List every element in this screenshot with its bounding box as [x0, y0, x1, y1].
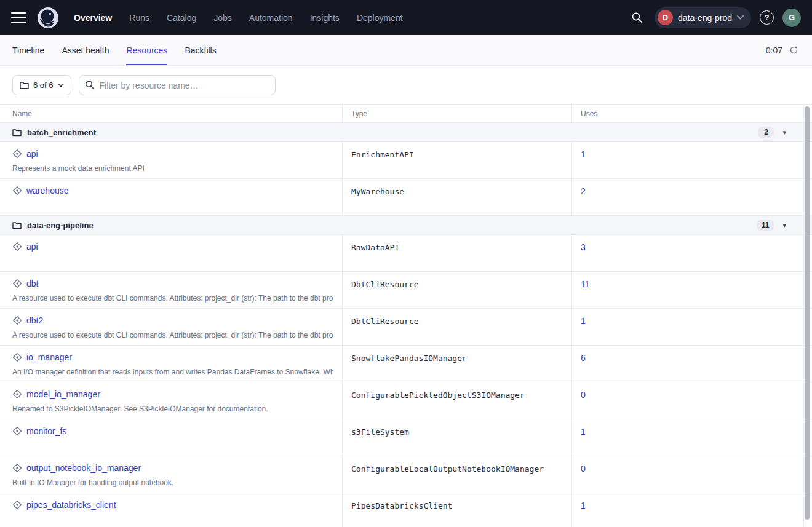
nav-item-catalog[interactable]: Catalog — [167, 13, 196, 23]
nav-item-deployment[interactable]: Deployment — [357, 13, 403, 23]
resource-row-io_manager: io_managerAn I/O manager definition that… — [0, 346, 812, 382]
nav-item-insights[interactable]: Insights — [310, 13, 340, 23]
resource-description: A resource used to execute dbt CLI comma… — [12, 294, 333, 303]
help-icon[interactable]: ? — [760, 10, 774, 25]
group-name: data-eng-pipeline — [27, 221, 94, 230]
top-navigation: Overview Runs Catalog Jobs Automation In… — [0, 0, 812, 35]
resource-uses-link[interactable]: 3 — [581, 242, 586, 252]
resource-row-api: apiRawDataAPI3 — [0, 235, 812, 272]
resource-row-output_notebook_io_manager: output_notebook_io_managerBuilt-in IO Ma… — [0, 456, 812, 493]
resource-name-link[interactable]: pipes_databricks_client — [26, 500, 116, 510]
resource-icon — [12, 352, 22, 362]
resource-uses-link[interactable]: 2 — [581, 186, 586, 196]
resource-row-dbt: dbtA resource used to execute dbt CLI co… — [0, 272, 812, 309]
code-location-filter-button[interactable]: 6 of 6 — [12, 75, 71, 95]
tab-asset-health[interactable]: Asset health — [62, 35, 109, 65]
tab-backfills[interactable]: Backfills — [185, 35, 216, 65]
folder-icon — [20, 81, 29, 89]
resource-icon — [12, 186, 22, 196]
chevron-down-icon — [737, 15, 744, 20]
refresh-timer: 0:07 — [766, 46, 782, 55]
resource-name-link[interactable]: io_manager — [26, 352, 72, 362]
group-name: batch_enrichment — [27, 128, 96, 137]
vertical-scrollbar[interactable] — [805, 106, 810, 520]
group-count-badge: 11 — [757, 220, 774, 231]
resource-row-model_io_manager: model_io_managerRenamed to S3PickleIOMan… — [0, 382, 812, 419]
resource-name-link[interactable]: dbt2 — [26, 315, 43, 325]
resource-row-monitor_fs: monitor_fss3FileSystem1 — [0, 419, 812, 456]
filter-row: 6 of 6 — [0, 66, 812, 104]
nav-item-automation[interactable]: Automation — [249, 13, 293, 23]
group-row-data-eng-pipeline[interactable]: data-eng-pipeline11▾ — [0, 216, 812, 235]
resource-name-link[interactable]: api — [26, 149, 38, 159]
resource-icon — [12, 500, 22, 510]
nav-item-overview[interactable]: Overview — [74, 13, 112, 23]
resource-type: ConfigurableLocalOutputNotebookIOManager — [343, 456, 572, 493]
resource-uses-link[interactable]: 1 — [581, 501, 586, 510]
resource-type: MyWarehouse — [343, 179, 572, 215]
resource-description: Represents a mock data enrichment API — [12, 164, 333, 173]
resource-icon — [12, 426, 22, 436]
nav-links: Overview Runs Catalog Jobs Automation In… — [74, 13, 403, 23]
resource-uses-link[interactable]: 1 — [581, 427, 586, 437]
resource-type: RawDataAPI — [343, 235, 572, 271]
folder-icon — [12, 221, 22, 229]
resource-name-link[interactable]: api — [26, 242, 38, 252]
resource-uses-link[interactable]: 1 — [581, 316, 586, 326]
resource-type: PipesDatabricksClient — [343, 493, 572, 527]
resource-row-api: apiRepresents a mock data enrichment API… — [0, 142, 812, 179]
workspace-name: data-eng-prod — [678, 13, 732, 23]
resource-uses-link[interactable]: 1 — [581, 149, 586, 159]
search-icon[interactable] — [627, 9, 646, 27]
column-header-uses: Uses — [572, 105, 803, 122]
folder-icon — [12, 129, 22, 137]
tab-bar: Timeline Asset health Resources Backfill… — [0, 35, 812, 66]
resource-type: EnrichmentAPI — [343, 142, 572, 178]
resource-uses-link[interactable]: 0 — [581, 390, 586, 400]
resource-icon — [12, 149, 22, 159]
collapse-caret-icon[interactable]: ▾ — [782, 129, 786, 137]
resource-filter-input[interactable] — [79, 75, 276, 95]
workspace-badge: D — [658, 10, 673, 25]
collapse-caret-icon[interactable]: ▾ — [782, 221, 786, 229]
tab-resources[interactable]: Resources — [126, 35, 167, 65]
resource-icon — [12, 315, 22, 325]
nav-item-runs[interactable]: Runs — [129, 13, 149, 23]
column-header-name: Name — [0, 105, 343, 122]
resource-description: Renamed to S3PickleIOManager. See S3Pick… — [12, 405, 333, 413]
refresh-icon[interactable] — [787, 44, 800, 57]
resource-type: DbtCliResource — [343, 309, 572, 345]
resource-type: SnowflakePandasIOManager — [343, 346, 572, 382]
resource-description: Built-in IO Manager for handling output … — [12, 478, 333, 487]
resource-uses-link[interactable]: 11 — [581, 279, 590, 289]
search-icon — [85, 80, 95, 92]
resource-row-pipes_databricks_client: pipes_databricks_clientPipesDatabricksCl… — [0, 493, 812, 527]
resource-description: An I/O manager definition that reads inp… — [12, 368, 333, 376]
resource-icon — [12, 389, 22, 399]
resource-icon — [12, 242, 22, 252]
resource-type: ConfigurablePickledObjectS3IOManager — [343, 382, 572, 419]
resource-description: A resource used to execute dbt CLI comma… — [12, 331, 333, 339]
resource-uses-link[interactable]: 0 — [581, 464, 586, 474]
resource-icon — [12, 279, 22, 288]
group-row-batch_enrichment[interactable]: batch_enrichment2▾ — [0, 123, 812, 142]
resource-type: s3FileSystem — [343, 419, 572, 456]
resource-name-link[interactable]: monitor_fs — [26, 426, 66, 436]
resource-type: DbtCliResource — [343, 272, 572, 308]
table-header: Name Type Uses — [0, 105, 812, 123]
menu-icon[interactable] — [11, 12, 26, 23]
resource-name-link[interactable]: warehouse — [26, 186, 69, 196]
group-count-badge: 2 — [758, 127, 774, 138]
resource-uses-link[interactable]: 6 — [581, 353, 586, 363]
resource-name-link[interactable]: model_io_manager — [26, 389, 100, 399]
dagster-logo-icon[interactable] — [37, 7, 59, 29]
tab-timeline[interactable]: Timeline — [12, 35, 44, 65]
resources-table: Name Type Uses batch_enrichment2▾apiRepr… — [0, 104, 812, 527]
workspace-switcher[interactable]: D data-eng-prod — [655, 7, 751, 28]
resource-name-link[interactable]: dbt — [26, 279, 38, 288]
resource-name-link[interactable]: output_notebook_io_manager — [26, 463, 141, 473]
nav-item-jobs[interactable]: Jobs — [213, 13, 232, 23]
resource-row-dbt2: dbt2A resource used to execute dbt CLI c… — [0, 309, 812, 346]
user-avatar[interactable]: G — [782, 9, 801, 27]
chevron-down-icon — [58, 84, 64, 87]
